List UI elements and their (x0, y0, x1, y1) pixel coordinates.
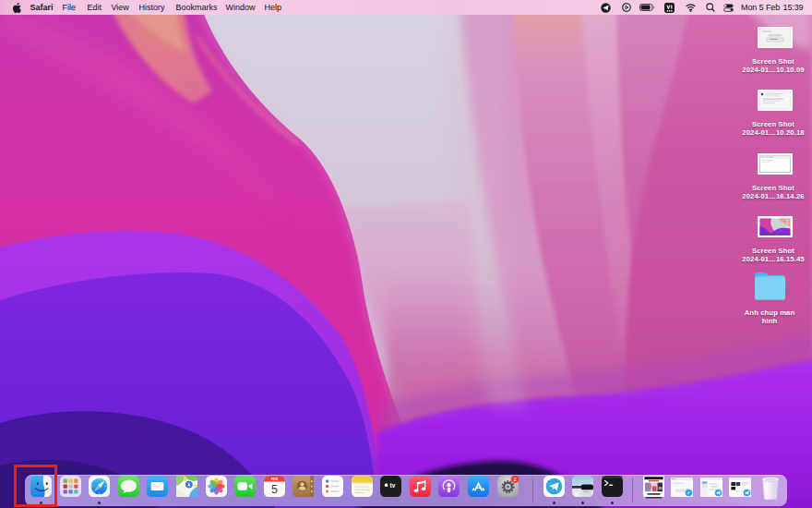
svg-text:FEB: FEB (271, 478, 279, 481)
svg-text:5: 5 (271, 482, 278, 495)
svg-text:tv: tv (390, 481, 396, 488)
svg-text:2: 2 (513, 477, 516, 482)
